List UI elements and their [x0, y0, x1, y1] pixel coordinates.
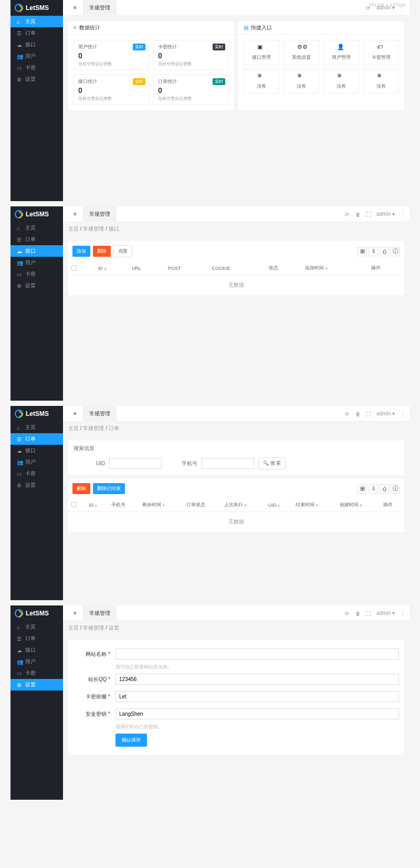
more-icon[interactable]: ⋮: [400, 212, 405, 217]
quick-api[interactable]: ▣接口管理: [244, 40, 279, 65]
nav-api[interactable]: ☁接口: [10, 245, 63, 257]
delete-icon[interactable]: 🗑: [355, 611, 361, 616]
more-icon[interactable]: ⋮: [400, 611, 405, 616]
delete-icon[interactable]: 🗑: [355, 411, 361, 416]
info-icon[interactable]: ⓘ: [391, 247, 400, 256]
print-icon[interactable]: ⎙: [380, 484, 389, 494]
export-icon[interactable]: ⇩: [369, 484, 378, 494]
col-remain[interactable]: 剩余时间◆: [139, 498, 183, 512]
refresh-icon[interactable]: ⟳: [345, 611, 350, 616]
topbar: ≡ 常规管理 ⟳🗑⛶admin ▾⋮: [63, 406, 410, 422]
delete-button[interactable]: 删除: [72, 483, 90, 494]
col-endtime[interactable]: 结束时间◆: [292, 498, 337, 512]
admin-menu[interactable]: admin ▾: [376, 610, 395, 616]
nav-settings[interactable]: ⚙设置: [10, 280, 63, 291]
sitename-input[interactable]: [116, 649, 399, 660]
save-button[interactable]: 确认保存: [116, 734, 147, 747]
clone-button[interactable]: 克隆: [113, 245, 132, 257]
logo[interactable]: LetSMS: [10, 0, 63, 16]
filter-icon[interactable]: ⊞: [358, 247, 367, 256]
menu-toggle[interactable]: ≡: [67, 605, 83, 621]
nav-home[interactable]: ⌂主页: [10, 16, 63, 27]
home-icon: ⌂: [17, 425, 22, 430]
quick-empty[interactable]: ❄没有: [363, 69, 399, 93]
nav-home[interactable]: ⌂主页: [10, 422, 63, 433]
nav-orders[interactable]: ☰订单: [10, 234, 63, 245]
nav-api[interactable]: ☁接口: [10, 39, 63, 50]
nav-home[interactable]: ⌂主页: [10, 222, 63, 234]
col-id[interactable]: ID◆: [95, 262, 129, 275]
prefix-label: 卡密前缀: [74, 691, 110, 700]
tab-main[interactable]: 常规管理: [83, 206, 117, 222]
delete-ended-button[interactable]: 删除已结束: [93, 483, 125, 494]
export-icon[interactable]: ⇩: [369, 247, 378, 256]
col-id[interactable]: ID◆: [86, 498, 108, 512]
quick-empty[interactable]: ❄没有: [323, 69, 359, 93]
fullscreen-icon[interactable]: ⛶: [366, 212, 371, 217]
logo[interactable]: LetSMS: [10, 206, 63, 222]
nav-orders[interactable]: ☰订单: [10, 27, 63, 39]
tab-main[interactable]: 常规管理: [83, 406, 117, 422]
admin-menu[interactable]: admin ▾: [376, 411, 395, 416]
tab-main[interactable]: 常规管理: [83, 0, 117, 16]
col-lastrun[interactable]: 上次执行◆: [221, 498, 265, 512]
nav-users[interactable]: 👥用户: [10, 456, 63, 468]
nav-users[interactable]: 👥用户: [10, 50, 63, 62]
refresh-icon[interactable]: ⟳: [345, 411, 350, 416]
key-input[interactable]: [116, 708, 399, 719]
prefix-input[interactable]: [116, 691, 399, 702]
nav-api[interactable]: ☁接口: [10, 445, 63, 456]
checkbox-header[interactable]: [68, 498, 86, 512]
nav-settings[interactable]: ⚙设置: [10, 479, 63, 491]
nav-cards[interactable]: ▭卡密: [10, 468, 63, 479]
refresh-icon[interactable]: ⟳: [345, 212, 350, 217]
qq-input[interactable]: [116, 674, 399, 685]
key-hint: 请保护好自己的密钥。: [68, 723, 404, 730]
nav-users[interactable]: 👥用户: [10, 257, 63, 268]
logo-icon: [15, 410, 23, 418]
filter-icon[interactable]: ⊞: [358, 484, 367, 494]
delete-icon[interactable]: 🗑: [355, 212, 361, 217]
search-button[interactable]: 🔍 搜 索: [258, 457, 286, 469]
admin-menu[interactable]: admin ▾: [376, 211, 395, 217]
col-addtime[interactable]: 添加时间◆: [302, 262, 368, 275]
nav-cards[interactable]: ▭卡密: [10, 268, 63, 280]
phone-input[interactable]: [202, 458, 254, 469]
quick-cards[interactable]: 🏷卡密管理: [363, 40, 399, 65]
fullscreen-icon[interactable]: ⛶: [366, 411, 371, 416]
nav-users[interactable]: 👥用户: [10, 656, 63, 667]
menu-toggle[interactable]: ≡: [67, 0, 83, 16]
quick-settings[interactable]: ⚙⚙系统设置: [284, 40, 319, 65]
col-uid[interactable]: UID◆: [265, 498, 292, 512]
quick-users[interactable]: 👤用户管理: [323, 40, 359, 65]
checkbox-header[interactable]: [68, 262, 95, 275]
uid-input[interactable]: [109, 458, 162, 469]
print-icon[interactable]: ⎙: [380, 247, 389, 256]
nav-orders[interactable]: ☰订单: [10, 433, 63, 445]
info-icon[interactable]: ⓘ: [391, 484, 400, 494]
nav-api[interactable]: ☁接口: [10, 644, 63, 656]
quick-empty[interactable]: ❄没有: [244, 69, 279, 93]
add-button[interactable]: 添加: [72, 246, 90, 257]
tag-icon: 🏷: [377, 44, 385, 52]
logo[interactable]: LetSMS: [10, 605, 63, 621]
nav-cards[interactable]: ▭卡密: [10, 62, 63, 74]
menu-toggle[interactable]: ≡: [67, 406, 83, 422]
nav-settings[interactable]: ⚙设置: [10, 679, 63, 691]
logo-icon: [15, 4, 23, 12]
nav-home[interactable]: ⌂主页: [10, 621, 63, 633]
nav-orders[interactable]: ☰订单: [10, 633, 63, 644]
logo[interactable]: LetSMS: [10, 406, 63, 422]
quick-empty[interactable]: ❄没有: [284, 69, 319, 93]
more-icon[interactable]: ⋮: [400, 411, 405, 416]
badge: 实时: [133, 44, 145, 50]
fullscreen-icon[interactable]: ⛶: [366, 611, 371, 616]
menu-toggle[interactable]: ≡: [67, 206, 83, 222]
delete-button[interactable]: 删除: [93, 246, 111, 257]
col-createtime[interactable]: 创建时间◆: [337, 498, 381, 512]
tab-main[interactable]: 常规管理: [83, 605, 117, 621]
nav-settings[interactable]: ⚙设置: [10, 74, 63, 85]
search-panel: 搜索信息 UID 手机号 🔍 搜 索: [68, 441, 404, 475]
nav-cards[interactable]: ▭卡密: [10, 667, 63, 679]
nav-label: 订单: [25, 635, 36, 642]
